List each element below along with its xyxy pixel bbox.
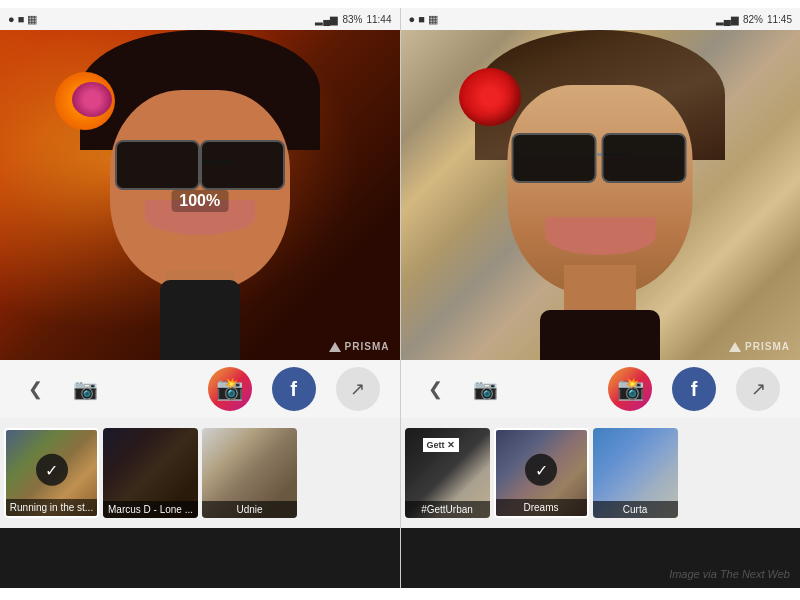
left-time: 11:44 [366,14,391,25]
left-sunglasses [115,140,285,192]
attribution-text: Image via The Next Web [669,568,790,580]
right-lens-left [512,133,597,183]
right-photo-bg: PRISMA [401,30,801,360]
left-prisma-text: PRISMA [345,341,390,352]
left-status-right: ▂▄▆ 83% 11:44 [315,14,391,25]
left-share-button[interactable]: ↗ [336,367,380,411]
right-prisma-triangle-icon [729,342,741,352]
gett-sign: Gett ✕ [423,438,460,452]
right-status-bar: ● ■ ▦ ▂▄▆ 82% 11:45 [401,8,801,30]
left-flower-pink [72,82,112,117]
left-camera-button[interactable]: 📷 [70,367,100,411]
right-filter-gettUrban[interactable]: Gett ✕ #GettUrban [405,428,490,518]
left-filter-check: ✓ [36,454,68,486]
left-filter-marcus[interactable]: Marcus D - Lone ... [103,428,198,518]
left-signal-icon: ▂▄▆ [315,14,338,25]
left-lens-right [200,140,285,190]
left-percent-label: 100% [171,190,228,212]
right-lens-right [602,133,687,183]
left-facebook-button[interactable]: f [272,367,316,411]
right-signal-icon: ▂▄▆ [716,14,739,25]
right-filter-dreams[interactable]: ✓ Dreams [494,428,589,518]
left-body [160,280,240,360]
left-filter-udnie[interactable]: Udnie [202,428,297,518]
left-instagram-button[interactable]: 📸 [208,367,252,411]
left-phone: ● ■ ▦ ▂▄▆ 83% 11:44 [0,8,400,588]
right-status-right: ▂▄▆ 82% 11:45 [716,14,792,25]
left-filter-strip: ✓ Running in the st... Marcus D - Lone .… [0,418,400,528]
right-share-icon: ↗ [751,378,766,400]
left-notification-icons: ● ■ ▦ [8,13,37,26]
right-camera-button[interactable]: 📷 [471,367,501,411]
right-filter-curta-label: Curta [593,501,678,518]
left-filter-running[interactable]: ✓ Running in the st... [4,428,99,518]
prisma-triangle-icon [329,342,341,352]
share-icon: ↗ [350,378,365,400]
right-action-bar: ❮ 📷 📸 f ↗ [401,360,801,418]
left-photo-bg: 100% PRISMA [0,30,400,360]
right-facebook-icon: f [691,378,698,401]
left-lens-left [115,140,200,190]
right-facebook-button[interactable]: f [672,367,716,411]
right-share-button[interactable]: ↗ [736,367,780,411]
left-action-bar: ❮ 📷 📸 f ↗ [0,360,400,418]
right-phone: ● ■ ▦ ▂▄▆ 82% 11:45 [401,8,801,588]
left-photo-area: 100% PRISMA [0,30,400,360]
left-status-icons: ● ■ ▦ [8,13,37,26]
right-instagram-button[interactable]: 📸 [608,367,652,411]
instagram-icon: 📸 [216,376,243,402]
right-filter-dreams-label: Dreams [496,499,587,516]
facebook-icon: f [290,378,297,401]
right-back-button[interactable]: ❮ [421,367,451,411]
right-body [540,310,660,360]
left-filter-marcus-label: Marcus D - Lone ... [103,501,198,518]
right-filter-strip: Gett ✕ #GettUrban ✓ Dreams Curta [401,418,801,528]
right-status-icons: ● ■ ▦ [409,13,438,26]
right-flower-red [459,68,521,126]
right-time: 11:45 [767,14,792,25]
left-filter-udnie-label: Udnie [202,501,297,518]
right-sunglasses [512,133,687,188]
right-photo-area: PRISMA [401,30,801,360]
right-filter-curta[interactable]: Curta [593,428,678,518]
right-face-skin [508,85,693,295]
right-prisma-text: PRISMA [745,341,790,352]
left-back-button[interactable]: ❮ [20,367,50,411]
right-prisma-logo: PRISMA [729,341,790,352]
right-battery: 82% [743,14,763,25]
left-status-bar: ● ■ ▦ ▂▄▆ 83% 11:44 [0,8,400,30]
left-filter-running-label: Running in the st... [6,499,97,516]
right-notification-icons: ● ■ ▦ [409,13,438,26]
right-filter-check: ✓ [525,454,557,486]
left-prisma-logo: PRISMA [329,341,390,352]
right-smile [545,217,655,255]
right-filter-gettUrban-label: #GettUrban [405,501,490,518]
left-battery: 83% [342,14,362,25]
right-instagram-icon: 📸 [617,376,644,402]
